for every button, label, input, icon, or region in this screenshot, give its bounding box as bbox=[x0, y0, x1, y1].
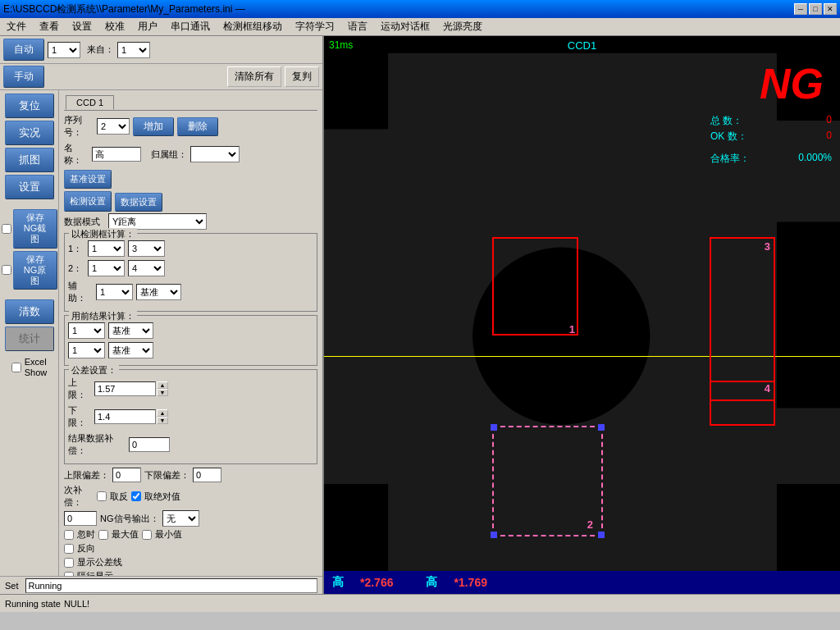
result-comp-input[interactable] bbox=[129, 437, 170, 452]
clear-all-button[interactable]: 清除所有 bbox=[227, 66, 281, 87]
left-statusbar: Set bbox=[0, 576, 322, 594]
save-ng-orig-checkbox[interactable] bbox=[2, 265, 11, 275]
menu-user[interactable]: 用户 bbox=[131, 18, 164, 35]
offset-row: 上限偏差： 下限偏差： bbox=[64, 468, 317, 482]
detection-title: 以检测框计算： bbox=[69, 228, 137, 240]
ng-text: NG bbox=[760, 59, 824, 108]
source-combo[interactable]: 1 bbox=[117, 42, 150, 58]
pub-buttons: 基准设置 bbox=[64, 170, 317, 189]
close-button[interactable]: ✕ bbox=[824, 3, 837, 15]
lower-down-btn[interactable]: ▼ bbox=[157, 417, 168, 424]
menu-char-learn[interactable]: 字符学习 bbox=[289, 18, 341, 35]
upper-offset-input[interactable] bbox=[112, 468, 141, 482]
delete-button[interactable]: 删除 bbox=[177, 117, 218, 136]
auto-combo[interactable]: 1 bbox=[48, 42, 80, 58]
det-row2-combo2[interactable]: 4 bbox=[128, 260, 165, 276]
pass-rate-value: 0.000% bbox=[766, 152, 832, 166]
box-label-4: 4 bbox=[765, 382, 770, 395]
abs-checkbox[interactable] bbox=[131, 491, 141, 501]
ignore-checkbox[interactable] bbox=[64, 530, 74, 540]
res-row1-combo1[interactable]: 1 bbox=[68, 322, 105, 339]
menu-serial[interactable]: 串口通讯 bbox=[164, 18, 217, 35]
svg-rect-18 bbox=[777, 222, 840, 409]
total-row: 总 数： 0 bbox=[710, 114, 832, 128]
excel-show-checkbox[interactable] bbox=[11, 363, 21, 372]
menu-detection-move[interactable]: 检测框组移动 bbox=[217, 18, 289, 35]
save-ng-orig-button[interactable]: 保存NG原图 bbox=[13, 251, 57, 290]
box-label-3: 3 bbox=[765, 240, 770, 253]
upper-offset-label: 上限偏差： bbox=[64, 469, 109, 482]
dir-checkbox[interactable] bbox=[64, 544, 74, 554]
menu-settings[interactable]: 设置 bbox=[66, 18, 98, 35]
dir-label: 反向 bbox=[77, 542, 95, 555]
res-row2-combo1[interactable]: 1 bbox=[68, 342, 105, 358]
result-label-2: 高 bbox=[426, 575, 437, 590]
clear-button[interactable]: 清数 bbox=[5, 299, 54, 324]
detect-settings-button[interactable]: 检测设置 bbox=[64, 191, 112, 212]
add-button[interactable]: 增加 bbox=[133, 117, 174, 136]
stats-button[interactable]: 统计 bbox=[5, 326, 54, 351]
base-settings-button[interactable]: 基准设置 bbox=[64, 170, 112, 189]
aux-combo1[interactable]: 1 bbox=[96, 284, 133, 300]
group-label: 归属组： bbox=[151, 148, 187, 161]
check-curve-row: 显示公差线 bbox=[64, 556, 317, 568]
det-row2-combo1[interactable]: 1 bbox=[88, 260, 125, 276]
lower-offset-label: 下限偏差： bbox=[144, 469, 189, 482]
tab-bar: CCD 1 bbox=[64, 94, 317, 111]
detection-box-2: 2 bbox=[492, 426, 603, 536]
save-ng-checkbox[interactable] bbox=[2, 224, 11, 234]
upper-up-btn[interactable]: ▲ bbox=[157, 381, 168, 389]
name-row: 名称： 归属组： bbox=[64, 142, 317, 167]
minimize-button[interactable]: ─ bbox=[794, 3, 807, 15]
menu-view[interactable]: 查看 bbox=[33, 18, 66, 35]
upper-down-btn[interactable]: ▼ bbox=[157, 389, 168, 396]
aux-row: 辅助： 1 基准 bbox=[68, 280, 313, 304]
ok-label: OK 数： bbox=[710, 130, 747, 144]
max-checkbox[interactable] bbox=[98, 530, 108, 540]
menu-file[interactable]: 文件 bbox=[0, 18, 33, 35]
ng-output-label: NG信号输出： bbox=[100, 513, 159, 525]
maximize-button[interactable]: □ bbox=[809, 3, 822, 15]
save-ng-button[interactable]: 保存NG截图 bbox=[13, 209, 57, 249]
tab-ccd1[interactable]: CCD 1 bbox=[66, 95, 114, 110]
live-button[interactable]: 实况 bbox=[5, 121, 54, 145]
menu-motion-dialog[interactable]: 运动对话框 bbox=[374, 18, 436, 35]
aux-combo2[interactable]: 基准 bbox=[136, 284, 181, 300]
reset-button[interactable]: 复判 bbox=[285, 66, 319, 87]
upper-input[interactable] bbox=[94, 381, 156, 396]
comp-value-row: NG信号输出： 无 bbox=[64, 510, 317, 527]
lower-up-btn[interactable]: ▲ bbox=[157, 409, 168, 417]
det-row2: 2： 1 4 bbox=[68, 260, 313, 276]
detection-box-4: 4 bbox=[710, 381, 775, 426]
comp-value-input[interactable] bbox=[64, 511, 97, 526]
seq-combo[interactable]: 2 bbox=[97, 118, 130, 135]
res-row1: 1 基准 bbox=[68, 322, 313, 339]
max-label: 最大值 bbox=[112, 528, 139, 541]
name-input[interactable] bbox=[92, 147, 141, 162]
group-combo[interactable] bbox=[190, 146, 240, 162]
menu-language[interactable]: 语言 bbox=[341, 18, 374, 35]
lower-offset-input[interactable] bbox=[193, 468, 221, 482]
curve-checkbox[interactable] bbox=[64, 558, 74, 568]
restore-button[interactable]: 复位 bbox=[5, 94, 54, 118]
det-row1-combo1[interactable]: 1 bbox=[88, 240, 125, 257]
res-row1-combo2[interactable]: 基准 bbox=[108, 322, 153, 339]
settings-button[interactable]: 设置 bbox=[5, 175, 54, 199]
min-checkbox[interactable] bbox=[142, 530, 152, 540]
auto-button[interactable]: 自动 bbox=[3, 39, 44, 61]
menu-light[interactable]: 光源亮度 bbox=[436, 18, 489, 35]
running-input[interactable] bbox=[25, 578, 317, 593]
ng-output-combo[interactable]: 无 bbox=[162, 510, 199, 527]
capture-button[interactable]: 抓图 bbox=[5, 148, 54, 172]
res-row2-combo2[interactable]: 基准 bbox=[108, 342, 153, 358]
data-settings-button[interactable]: 数据设置 bbox=[115, 193, 162, 212]
reverse-label: 取反 bbox=[110, 491, 128, 503]
mode-combo[interactable]: Y距离 bbox=[108, 213, 207, 230]
menu-calibrate[interactable]: 校准 bbox=[98, 18, 131, 35]
lower-input[interactable] bbox=[94, 409, 156, 424]
lower-spinner-btns: ▲ ▼ bbox=[157, 409, 168, 424]
total-label: 总 数： bbox=[710, 114, 742, 128]
manual-button[interactable]: 手动 bbox=[3, 66, 44, 88]
reverse-checkbox[interactable] bbox=[97, 491, 107, 501]
det-row1-combo2[interactable]: 3 bbox=[128, 240, 165, 257]
